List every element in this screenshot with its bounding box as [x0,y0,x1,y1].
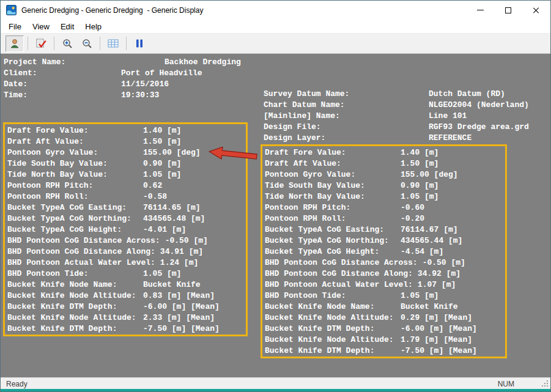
grid-icon [108,39,119,48]
info-value: NLGEO2004 (Nederland) [429,100,529,111]
status-value: -7.50 [m] [Mean] [401,346,477,357]
status-row: Tide South Bay Value: 0.90 [m] [265,180,503,191]
info-label: Time: [4,90,121,101]
zoom-in-button[interactable] [58,35,76,52]
titlebar: Generic Dredging - Generic Dredging - Ge… [1,1,550,20]
status-label: Tide North Bay Value: [265,191,401,202]
status-label: Pontoon Gyro Value: [265,169,401,180]
menubar: File View Edit Help [1,20,550,34]
grid-button[interactable] [104,35,122,52]
status-value: -0.50 [m] [165,235,208,246]
minimize-button[interactable] [466,1,494,20]
status-value: 0.29 [m] [Mean] [401,312,472,324]
info-label: [Mainline] Name: [264,111,429,122]
statusbar: Ready NUM [1,377,550,389]
maximize-button[interactable] [494,1,522,20]
status-row: Tide North Bay Value: 1.05 [m] [7,169,243,180]
info-value: RGF93 Dredge area.grd [429,122,529,133]
menu-item[interactable]: Edit [55,20,80,33]
info-value: 11/15/2016 [121,79,169,90]
info-label: Client: [4,68,121,79]
status-label: Bucket TypeA CoG Northing: [265,235,401,246]
status-value: Bucket Knife [143,279,201,290]
status-row: Bucket TypeA CoG Northing: 434565.44 [m] [265,235,503,246]
info-value: 19:30:33 [121,90,159,101]
info-row: Date: 11/15/2016 [4,79,241,90]
zoom-out-button[interactable] [78,35,96,52]
status-label: Bucket Knife Node Altitude: [265,335,401,346]
window-bottom-edge [1,389,550,391]
status-value: 1.79 [m] [Mean] [401,335,472,346]
info-row: Design File: RGF93 Dredge area.grd [264,122,529,133]
status-label: Draft Fore Value: [7,125,143,136]
status-value: -0.50 [m] [423,257,465,268]
status-value: 155.00 [deg] [143,147,201,158]
status-label: Tide South Bay Value: [265,180,401,191]
status-value: 1.40 [m] [401,147,438,158]
info-label: Design Layer: [264,133,429,144]
status-row: Bucket Knife Node Name: Bucket Knife [265,301,503,312]
zoom-in-icon [62,38,73,49]
info-row: Design Layer: REFERENCE [264,133,529,144]
status-label: Bucket Knife Node Altitude: [7,290,143,301]
status-value: 1.05 [m] [401,290,438,301]
pause-button[interactable] [130,35,149,52]
status-label: Bucket TypeA CoG Easting: [7,202,143,213]
status-label: Bucket Knife Node Name: [7,279,143,290]
status-row: Draft Aft Value: 1.50 [m] [265,158,503,169]
user-icon [9,38,20,49]
app-window: Generic Dredging - Generic Dredging - Ge… [0,0,551,392]
red-arrow-annotation [207,147,259,163]
status-value: -0.58 [143,191,167,202]
status-label: BHD Pontoon CoG Distance Across: [265,257,423,268]
status-label: Bucket Knife Node Name: [265,301,401,312]
status-label: Bucket Knife DTM Depth: [7,301,143,312]
status-row: Bucket Knife Node Altitude: 2.33 [m] [Me… [7,312,243,324]
checklist-icon [35,38,47,49]
status-value: 1.50 [m] [143,136,181,147]
status-row: Bucket Knife Node Altitude: 0.29 [m] [Me… [265,312,503,324]
status-row: Pontoon Gyro Value: 155.00 [deg] [265,169,503,180]
menu-item[interactable]: File [3,20,27,33]
status-row: Bucket Knife DTM Depth: -7.50 [m] [Mean] [7,324,243,335]
resize-grip-icon[interactable] [541,379,549,388]
status-value: -0.60 [401,202,424,213]
status-label: Draft Fore Value: [265,147,401,158]
status-value: 1.24 [m] [160,257,198,268]
checklist-button[interactable] [32,35,50,52]
status-label: Tide South Bay Value: [7,158,143,169]
status-label: Draft Aft Value: [7,136,143,147]
info-label: Date: [4,79,121,90]
info-row: Survey Datum Name: Dutch Datum (RD) [264,89,529,100]
status-value: 1.07 [m] [418,279,456,290]
status-row: Bucket Knife DTM Depth: -6.00 [m] [Mean] [7,301,243,312]
status-label: Bucket TypeA CoG Height: [7,224,143,235]
close-icon [533,7,540,14]
status-value: 0.90 [m] [143,158,181,169]
status-label: Draft Aft Value: [265,158,401,169]
toolbar-separator [100,37,100,50]
status-label: BHD Pontoon Actual Water Level: [265,279,418,290]
app-icon [6,5,17,15]
menu-item[interactable]: View [27,20,55,33]
status-value: -0.20 [401,213,424,224]
status-value: -4.01 [m] [143,224,186,235]
status-value: 1.40 [m] [143,125,181,136]
project-info-block: Project Name: Backhoe Dredging Client: P… [4,57,241,101]
status-row: Draft Aft Value: 1.50 [m] [7,136,243,147]
status-row: BHD Pontoon CoG Distance Across: -0.50 [… [265,257,503,268]
minimize-icon [477,10,484,11]
user-button[interactable] [6,35,24,52]
status-row: BHD Pontoon Actual Water Level: 1.07 [m] [265,279,503,290]
status-value: 434565.44 [m] [401,235,462,246]
status-label: BHD Pontoon Tide: [265,290,401,301]
status-value: 1.05 [m] [401,191,438,202]
close-button[interactable] [522,1,550,20]
status-row: Tide North Bay Value: 1.05 [m] [265,191,503,202]
status-row: Bucket Knife Node Altitude: 1.79 [m] [Me… [265,335,503,346]
menu-item[interactable]: Help [80,20,107,33]
status-label: Pontoon RPH Pitch: [265,202,401,213]
status-row: BHD Pontoon Actual Water Level: 1.24 [m] [7,257,243,268]
status-value: 76114.65 [m] [143,202,201,213]
status-row: Bucket Knife DTM Depth: -6.00 [m] [Mean] [265,324,503,335]
